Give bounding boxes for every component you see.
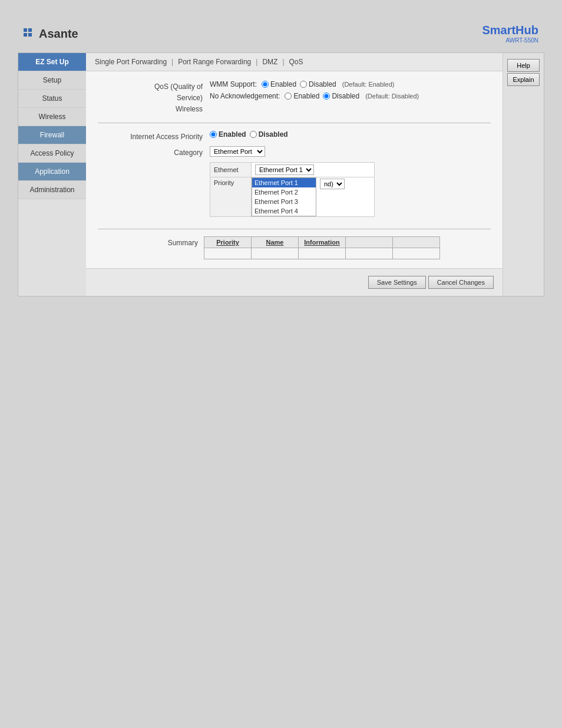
explain-button[interactable]: Explain (507, 73, 540, 86)
iap-radio-group: Enabled Disabled (210, 130, 491, 139)
content-inner: Single Port Forwarding | Port Range Forw… (86, 53, 503, 296)
summary-section: Summary Priority Name Information (98, 229, 491, 259)
noack-default-text: (Default: Disabled) (365, 93, 419, 100)
help-panel: Help Explain (503, 53, 544, 296)
wmm-default-text: (Default: Enabled) (342, 81, 395, 88)
priority-dropdown-item-2[interactable]: Ethernet Port 2 (252, 187, 316, 197)
wmm-row: WMM Support: Enabled Disabled (210, 80, 491, 88)
save-settings-button[interactable]: Save Settings (368, 276, 426, 289)
sidebar-item-wireless[interactable]: Wireless (18, 108, 86, 126)
summary-row: Summary Priority Name Information (98, 236, 491, 259)
sidebar-item-setup[interactable]: Setup (18, 71, 86, 90)
sidebar-item-status[interactable]: Status (18, 90, 86, 108)
category-select[interactable]: Ethernet Port Application Online Game MA… (210, 146, 265, 157)
wmm-radio-group: Enabled Disabled (Default: Enabled) (262, 80, 394, 88)
sidebar-item-ez-setup[interactable]: EZ Set Up (18, 53, 86, 71)
ethernet-priority-area: Ethernet Ethernet Port 1 Ethernet Port 2… (210, 162, 491, 217)
priority-dropdown-area: Ethernet Port 1 Ethernet Port 2 Ethernet… (252, 177, 374, 216)
nav-sep-1: | (171, 58, 173, 66)
section-divider (98, 123, 491, 123)
priority-row: Priority Ethernet Port 1 Ethernet Port 2… (210, 177, 375, 216)
qos-controls: WMM Support: Enabled Disabled (210, 80, 491, 104)
iap-enable-row: Enabled Disabled (210, 130, 491, 139)
wmm-disabled-radio[interactable] (300, 81, 307, 88)
priority-dropdown-selected[interactable]: Ethernet Port 1 (252, 178, 316, 187)
cancel-changes-button[interactable]: Cancel Changes (428, 276, 494, 289)
iap-enabled-label[interactable]: Enabled (210, 130, 246, 139)
ethernet-select-cell: Ethernet Port 1 Ethernet Port 2 Ethernet… (252, 162, 375, 177)
priority-dropdown-cell: Ethernet Port 1 Ethernet Port 2 Ethernet… (252, 177, 375, 216)
summary-header-row: Priority Name Information (204, 236, 440, 248)
qos-section: QoS (Quality of Service) Wireless WMM Su… (98, 80, 491, 116)
sidebar-item-access-policy[interactable]: Access Policy (18, 144, 86, 163)
summary-table: Priority Name Information (204, 236, 440, 259)
summary-table-container: Priority Name Information (204, 236, 440, 259)
noack-row: No Acknowledgement: Enabled Disabled (210, 92, 491, 100)
logo-asante: Asante (24, 27, 78, 41)
iap-category-content: Ethernet Port Application Online Game MA… (210, 146, 491, 157)
iap-disabled-radio[interactable] (250, 131, 257, 138)
summary-col-name: Name (252, 236, 299, 248)
header: Asante SmartHub AWRT-550N (18, 24, 544, 52)
nav-sep-2: | (256, 58, 257, 66)
svg-rect-0 (24, 28, 27, 32)
ethernet-row: Ethernet Ethernet Port 1 Ethernet Port 2… (210, 162, 375, 177)
priority-dropdown[interactable]: Ethernet Port 1 Ethernet Port 2 Ethernet… (252, 177, 316, 216)
content-with-help: Single Port Forwarding | Port Range Forw… (86, 53, 544, 296)
sidebar-item-application[interactable]: Application (18, 163, 86, 181)
summary-data-row (204, 248, 440, 259)
smarthub-sub: AWRT-550N (482, 37, 538, 44)
summary-data-priority (204, 248, 252, 259)
summary-data-4 (346, 248, 393, 259)
summary-data-5 (393, 248, 440, 259)
nav-qos[interactable]: QoS (289, 58, 303, 66)
summary-col-4 (346, 236, 393, 248)
ethernet-label-cell: Ethernet (210, 162, 252, 177)
main-content: QoS (Quality of Service) Wireless WMM Su… (86, 71, 503, 268)
iap-disabled-label[interactable]: Disabled (250, 130, 288, 139)
priority-suffix: nd) st) rd) th) (316, 177, 347, 190)
summary-col-priority: Priority (204, 236, 252, 248)
help-button[interactable]: Help (507, 59, 540, 72)
summary-col-information: Information (299, 236, 346, 248)
svg-rect-2 (24, 33, 27, 37)
nav-sep-3: | (282, 58, 284, 66)
iap-enabled-radio[interactable] (210, 131, 217, 138)
wmm-enabled-label[interactable]: Enabled (262, 80, 296, 88)
svg-rect-1 (28, 28, 32, 32)
priority-dropdown-item-3[interactable]: Ethernet Port 3 (252, 197, 316, 206)
nav-port-range[interactable]: Port Range Forwarding (178, 58, 251, 66)
sidebar-item-administration[interactable]: Administration (18, 181, 86, 199)
noack-disabled-radio[interactable] (323, 93, 330, 100)
noack-enabled-radio[interactable] (285, 93, 292, 100)
ethernet-select[interactable]: Ethernet Port 1 Ethernet Port 2 Ethernet… (255, 164, 314, 175)
priority-dropdown-item-4[interactable]: Ethernet Port 4 (252, 206, 316, 216)
noack-enabled-label[interactable]: Enabled (285, 92, 319, 100)
ethernet-priority-table: Ethernet Ethernet Port 1 Ethernet Port 2… (210, 162, 375, 217)
noack-label: No Acknowledgement: (210, 92, 280, 100)
footer-buttons: Save Settings Cancel Changes (86, 268, 503, 296)
sidebar-item-firewall[interactable]: Firewall (18, 126, 86, 144)
smarthub-logo: SmartHub AWRT-550N (482, 24, 538, 44)
wmm-enabled-radio[interactable] (262, 81, 269, 88)
wmm-disabled-label[interactable]: Disabled (300, 80, 336, 88)
summary-data-name (252, 248, 299, 259)
summary-data-info (299, 248, 346, 259)
iap-category-row: Category Ethernet Port Application Onlin… (98, 146, 491, 159)
iap-category-label-col: Category (98, 146, 210, 159)
summary-divider (98, 229, 491, 229)
asante-logo-icon (24, 28, 37, 39)
nav-single-port[interactable]: Single Port Forwarding (95, 58, 167, 66)
priority-label-cell: Priority (210, 177, 252, 216)
iap-header-row: Internet Access Priority Enabled (98, 130, 491, 143)
asante-logo-text: Asante (39, 27, 78, 41)
noack-radio-group: Enabled Disabled (Default: Disabled) (285, 92, 419, 100)
top-nav: Single Port Forwarding | Port Range Forw… (86, 53, 503, 71)
wmm-label: WMM Support: (210, 80, 257, 88)
nav-dmz[interactable]: DMZ (262, 58, 277, 66)
noack-disabled-label[interactable]: Disabled (323, 92, 359, 100)
priority-suffix-select[interactable]: nd) st) rd) th) (320, 179, 345, 189)
summary-col-5 (393, 236, 440, 248)
iap-label: Internet Access Priority (98, 130, 210, 143)
summary-label: Summary (98, 236, 204, 247)
